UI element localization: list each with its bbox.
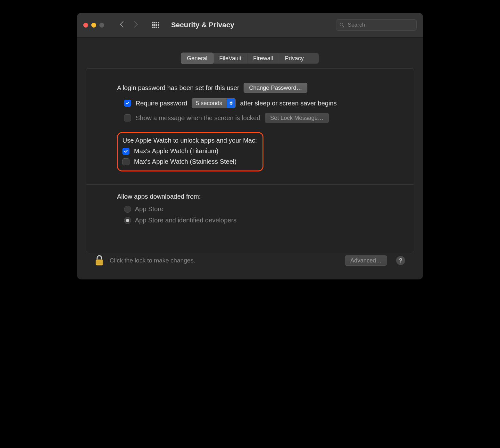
lock-icon [95, 255, 104, 266]
checkmark-icon [125, 101, 130, 105]
show-message-checkbox[interactable] [124, 114, 131, 121]
set-lock-message-button[interactable]: Set Lock Message… [265, 113, 329, 123]
require-password-label: Require password [136, 100, 187, 107]
select-value: 5 seconds [196, 100, 227, 107]
tab-label: Firewall [253, 55, 273, 62]
help-button[interactable]: ? [396, 256, 405, 265]
prefs-window: Security & Privacy General FileVault Fir… [77, 13, 423, 279]
help-icon: ? [399, 257, 403, 264]
tab-filevault[interactable]: FileVault [213, 53, 247, 64]
allow-apps-label: Allow apps downloaded from: [117, 193, 383, 200]
allow-apps-option-1: App Store [124, 205, 383, 213]
allow-apps-option-2: App Store and identified developers [124, 217, 383, 224]
titlebar: Security & Privacy [77, 13, 423, 37]
radio-label: App Store [135, 205, 163, 213]
desktop: Security & Privacy General FileVault Fir… [0, 0, 500, 448]
forward-button[interactable] [132, 22, 137, 28]
require-password-delay-select[interactable]: 5 seconds [192, 98, 236, 108]
lock-text: Click the lock to make changes. [110, 257, 195, 264]
advanced-button[interactable]: Advanced… [345, 255, 387, 266]
show-message-row: Show a message when the screen is locked… [124, 113, 383, 123]
radio-label: App Store and identified developers [135, 217, 237, 224]
identified-developers-radio[interactable] [124, 217, 131, 224]
svg-rect-4 [96, 262, 103, 263]
general-panel: A login password has been set for this u… [86, 68, 414, 253]
tab-label: General [187, 55, 207, 62]
svg-rect-2 [96, 261, 103, 261]
apple-watch-checkbox-2[interactable] [122, 158, 129, 165]
button-label: Advanced… [350, 257, 382, 264]
apple-watch-item-label: Max's Apple Watch (Titanium) [134, 147, 219, 155]
close-window-button[interactable] [83, 23, 88, 28]
footer: Click the lock to make changes. Advanced… [86, 253, 414, 273]
divider [86, 184, 414, 185]
show-message-label: Show a message when the screen is locked [136, 114, 260, 122]
apple-watch-highlight: Use Apple Watch to unlock apps and your … [117, 132, 263, 171]
apple-watch-heading: Use Apple Watch to unlock apps and your … [122, 137, 257, 144]
checkmark-icon [124, 149, 128, 153]
login-password-text: A login password has been set for this u… [117, 84, 239, 92]
tab-bar: General FileVault Firewall Privacy [181, 53, 319, 64]
change-password-button[interactable]: Change Password… [244, 83, 307, 93]
show-all-button[interactable] [152, 22, 159, 29]
apple-watch-item-1: Max's Apple Watch (Titanium) [122, 147, 257, 155]
lock-button[interactable] [95, 255, 104, 266]
apple-watch-item-2: Max's Apple Watch (Stainless Steel) [122, 158, 257, 165]
tab-firewall[interactable]: Firewall [247, 53, 279, 64]
apple-watch-checkbox-1[interactable] [122, 148, 129, 155]
stepper-icon [227, 98, 235, 108]
chevron-right-icon [131, 21, 138, 28]
require-password-checkbox[interactable] [124, 100, 131, 107]
window-controls [83, 23, 104, 28]
zoom-window-button[interactable] [99, 23, 104, 28]
after-sleep-text: after sleep or screen saver begins [240, 100, 337, 107]
nav-buttons [121, 22, 137, 28]
tab-label: Privacy [285, 55, 304, 62]
tab-label: FileVault [219, 55, 241, 62]
minimize-window-button[interactable] [91, 23, 96, 28]
search-icon [339, 22, 345, 28]
require-password-row: Require password 5 seconds after sleep o… [124, 98, 383, 108]
window-body: General FileVault Firewall Privacy A log… [77, 37, 423, 279]
apple-watch-item-label: Max's Apple Watch (Stainless Steel) [134, 158, 237, 165]
chevron-left-icon [120, 21, 126, 28]
login-password-row: A login password has been set for this u… [117, 83, 383, 93]
tab-privacy[interactable]: Privacy [279, 53, 310, 64]
tab-general[interactable]: General [181, 53, 213, 64]
svg-rect-5 [96, 263, 103, 264]
button-label: Set Lock Message… [270, 115, 323, 121]
search-field[interactable] [336, 19, 417, 31]
search-input[interactable] [347, 21, 416, 29]
page-title: Security & Privacy [171, 21, 234, 29]
svg-rect-3 [96, 261, 103, 262]
app-store-radio[interactable] [124, 206, 131, 213]
button-label: Change Password… [249, 85, 302, 91]
back-button[interactable] [121, 22, 125, 28]
